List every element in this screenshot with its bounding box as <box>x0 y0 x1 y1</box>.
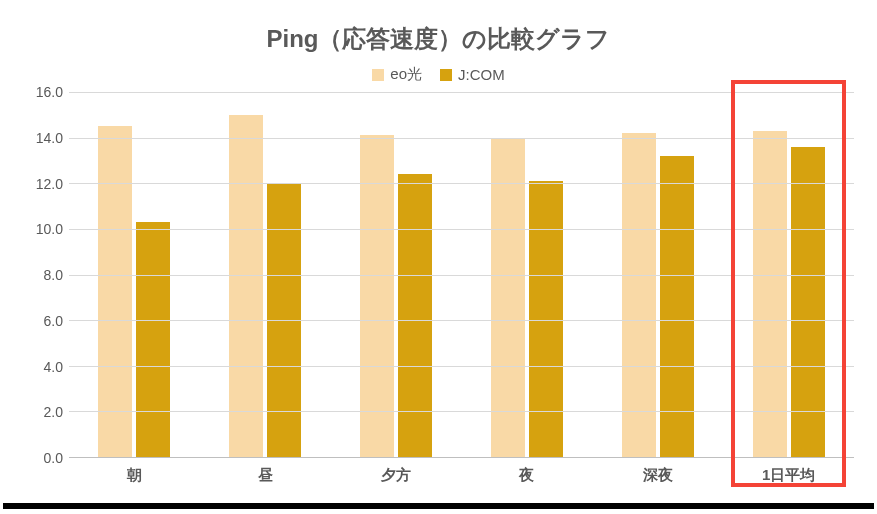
grid-line <box>69 320 854 321</box>
y-tick-label: 14.0 <box>36 130 63 146</box>
bar <box>753 131 787 457</box>
x-tick-label: 深夜 <box>592 458 723 485</box>
bar <box>136 222 170 457</box>
legend-item-jcom: J:COM <box>440 65 505 84</box>
grid-line <box>69 92 854 93</box>
bar <box>229 115 263 457</box>
y-axis: 0.02.04.06.08.010.012.014.016.0 <box>23 92 69 458</box>
y-tick-label: 2.0 <box>44 404 63 420</box>
bar <box>491 138 525 457</box>
x-tick-label: 昼 <box>200 458 331 485</box>
grid-line <box>69 229 854 230</box>
y-tick-label: 6.0 <box>44 313 63 329</box>
legend: eo光 J:COM <box>23 65 854 84</box>
grid-line <box>69 183 854 184</box>
x-tick-label: 1日平均 <box>723 458 854 485</box>
legend-item-eo: eo光 <box>372 65 422 84</box>
chart-title: Ping（応答速度）の比較グラフ <box>23 23 854 55</box>
grid-line <box>69 275 854 276</box>
y-tick-label: 12.0 <box>36 176 63 192</box>
grid-line <box>69 138 854 139</box>
bar <box>98 126 132 457</box>
grid-line <box>69 411 854 412</box>
legend-label: J:COM <box>458 66 505 83</box>
legend-swatch-icon <box>372 69 384 81</box>
plot-area: 0.02.04.06.08.010.012.014.016.0 <box>23 92 854 458</box>
chart-panel: Ping（応答速度）の比較グラフ eo光 J:COM 0.02.04.06.08… <box>3 3 874 509</box>
y-tick-label: 10.0 <box>36 221 63 237</box>
y-tick-label: 16.0 <box>36 84 63 100</box>
legend-label: eo光 <box>390 65 422 84</box>
chart-container: Ping（応答速度）の比較グラフ eo光 J:COM 0.02.04.06.08… <box>0 0 877 514</box>
y-tick-label: 4.0 <box>44 359 63 375</box>
bar <box>529 181 563 457</box>
bar <box>622 133 656 457</box>
legend-swatch-icon <box>440 69 452 81</box>
x-tick-label: 夕方 <box>331 458 462 485</box>
x-tick-label: 朝 <box>69 458 200 485</box>
y-tick-label: 8.0 <box>44 267 63 283</box>
plot <box>69 92 854 458</box>
grid-line <box>69 366 854 367</box>
x-axis: 朝昼夕方夜深夜1日平均 <box>69 458 854 485</box>
y-tick-label: 0.0 <box>44 450 63 466</box>
x-tick-label: 夜 <box>461 458 592 485</box>
bar <box>398 174 432 457</box>
